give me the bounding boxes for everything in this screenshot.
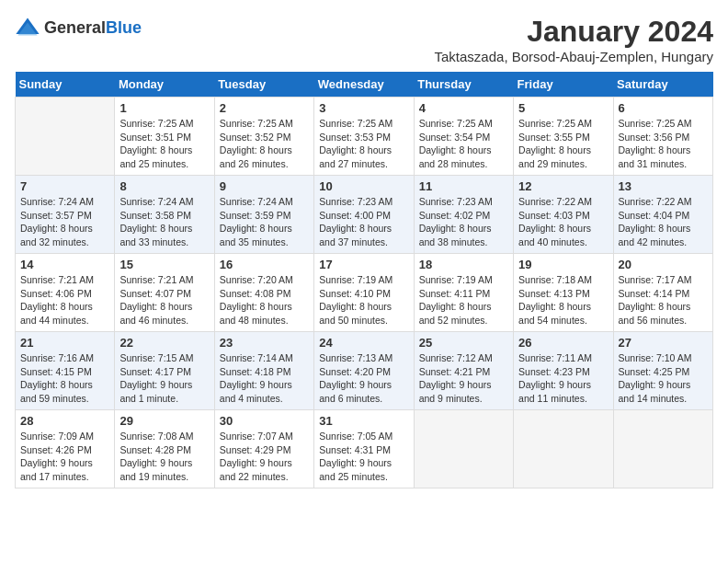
day-number: 11: [419, 179, 508, 193]
table-row: 12Sunrise: 7:22 AMSunset: 4:03 PMDayligh…: [514, 176, 613, 254]
day-info: Sunrise: 7:20 AMSunset: 4:08 PMDaylight:…: [220, 273, 309, 327]
day-number: 19: [518, 258, 608, 271]
table-row: 31Sunrise: 7:05 AMSunset: 4:31 PMDayligh…: [314, 410, 414, 488]
table-row: 7Sunrise: 7:24 AMSunset: 3:57 PMDaylight…: [16, 176, 115, 254]
calendar-week-row: 21Sunrise: 7:16 AMSunset: 4:15 PMDayligh…: [16, 332, 713, 410]
table-row: 13Sunrise: 7:22 AMSunset: 4:04 PMDayligh…: [613, 176, 712, 254]
day-info: Sunrise: 7:24 AMSunset: 3:58 PMDaylight:…: [119, 195, 209, 249]
table-row: [16, 98, 115, 176]
table-row: 4Sunrise: 7:25 AMSunset: 3:54 PMDaylight…: [414, 98, 513, 176]
table-row: 20Sunrise: 7:17 AMSunset: 4:14 PMDayligh…: [613, 254, 712, 332]
header-sunday: Sunday: [16, 72, 115, 98]
table-row: 25Sunrise: 7:12 AMSunset: 4:21 PMDayligh…: [414, 332, 513, 410]
day-info: Sunrise: 7:13 AMSunset: 4:20 PMDaylight:…: [319, 351, 408, 406]
day-info: Sunrise: 7:25 AMSunset: 3:53 PMDaylight:…: [319, 117, 408, 171]
day-info: Sunrise: 7:05 AMSunset: 4:31 PMDaylight:…: [319, 430, 408, 484]
day-info: Sunrise: 7:25 AMSunset: 3:56 PMDaylight:…: [619, 117, 708, 171]
day-info: Sunrise: 7:23 AMSunset: 4:02 PMDaylight:…: [419, 195, 508, 249]
calendar-week-row: 7Sunrise: 7:24 AMSunset: 3:57 PMDaylight…: [16, 176, 713, 254]
day-info: Sunrise: 7:25 AMSunset: 3:52 PMDaylight:…: [220, 117, 309, 171]
day-info: Sunrise: 7:22 AMSunset: 4:04 PMDaylight:…: [619, 195, 708, 249]
table-row: 9Sunrise: 7:24 AMSunset: 3:59 PMDaylight…: [214, 176, 313, 254]
day-info: Sunrise: 7:25 AMSunset: 3:54 PMDaylight:…: [419, 117, 508, 171]
table-row: 18Sunrise: 7:19 AMSunset: 4:11 PMDayligh…: [414, 254, 513, 332]
table-row: 22Sunrise: 7:15 AMSunset: 4:17 PMDayligh…: [115, 332, 214, 410]
day-number: 31: [319, 414, 408, 428]
day-number: 13: [619, 179, 708, 193]
day-info: Sunrise: 7:22 AMSunset: 4:03 PMDaylight:…: [518, 195, 608, 249]
day-info: Sunrise: 7:19 AMSunset: 4:11 PMDaylight:…: [419, 273, 508, 327]
day-info: Sunrise: 7:10 AMSunset: 4:25 PMDaylight:…: [619, 351, 708, 406]
table-row: 6Sunrise: 7:25 AMSunset: 3:56 PMDaylight…: [613, 98, 712, 176]
weekday-header-row: Sunday Monday Tuesday Wednesday Thursday…: [16, 72, 713, 98]
table-row: [613, 410, 712, 488]
day-info: Sunrise: 7:24 AMSunset: 3:57 PMDaylight:…: [20, 195, 109, 249]
logo: GeneralBlue: [15, 15, 142, 40]
header-wednesday: Wednesday: [314, 72, 414, 98]
day-number: 30: [220, 414, 309, 428]
day-info: Sunrise: 7:25 AMSunset: 3:51 PMDaylight:…: [119, 117, 209, 171]
day-number: 27: [619, 336, 708, 350]
day-info: Sunrise: 7:14 AMSunset: 4:18 PMDaylight:…: [220, 351, 309, 406]
day-number: 26: [518, 336, 608, 350]
header-saturday: Saturday: [613, 72, 712, 98]
table-row: [514, 410, 613, 488]
header: GeneralBlue January 2024 Taktaszada, Bor…: [15, 15, 713, 64]
day-number: 18: [419, 258, 508, 271]
table-row: 16Sunrise: 7:20 AMSunset: 4:08 PMDayligh…: [214, 254, 313, 332]
day-number: 14: [20, 258, 109, 271]
day-number: 20: [619, 258, 708, 271]
table-row: 8Sunrise: 7:24 AMSunset: 3:58 PMDaylight…: [115, 176, 214, 254]
day-number: 5: [518, 101, 608, 115]
table-row: 10Sunrise: 7:23 AMSunset: 4:00 PMDayligh…: [314, 176, 414, 254]
day-number: 6: [619, 101, 708, 115]
day-number: 16: [220, 258, 309, 271]
table-row: [414, 410, 513, 488]
calendar-week-row: 14Sunrise: 7:21 AMSunset: 4:06 PMDayligh…: [16, 254, 713, 332]
header-friday: Friday: [514, 72, 613, 98]
day-number: 4: [419, 101, 508, 115]
logo-icon: [15, 15, 40, 40]
day-info: Sunrise: 7:08 AMSunset: 4:28 PMDaylight:…: [119, 430, 209, 484]
day-number: 1: [119, 101, 209, 115]
day-number: 15: [119, 258, 209, 271]
day-info: Sunrise: 7:21 AMSunset: 4:06 PMDaylight:…: [20, 273, 109, 327]
day-number: 28: [20, 414, 109, 428]
table-row: 11Sunrise: 7:23 AMSunset: 4:02 PMDayligh…: [414, 176, 513, 254]
table-row: 30Sunrise: 7:07 AMSunset: 4:29 PMDayligh…: [214, 410, 313, 488]
day-number: 8: [119, 179, 209, 193]
day-number: 10: [319, 179, 408, 193]
day-info: Sunrise: 7:25 AMSunset: 3:55 PMDaylight:…: [518, 117, 608, 171]
day-info: Sunrise: 7:18 AMSunset: 4:13 PMDaylight:…: [518, 273, 608, 327]
day-number: 12: [518, 179, 608, 193]
month-title: January 2024: [435, 15, 714, 49]
table-row: 17Sunrise: 7:19 AMSunset: 4:10 PMDayligh…: [314, 254, 414, 332]
table-row: 5Sunrise: 7:25 AMSunset: 3:55 PMDaylight…: [514, 98, 613, 176]
day-info: Sunrise: 7:17 AMSunset: 4:14 PMDaylight:…: [619, 273, 708, 327]
table-row: 3Sunrise: 7:25 AMSunset: 3:53 PMDaylight…: [314, 98, 414, 176]
table-row: 2Sunrise: 7:25 AMSunset: 3:52 PMDaylight…: [214, 98, 313, 176]
logo-text-general: General: [44, 18, 106, 37]
day-number: 17: [319, 258, 408, 271]
day-number: 3: [319, 101, 408, 115]
calendar-week-row: 28Sunrise: 7:09 AMSunset: 4:26 PMDayligh…: [16, 410, 713, 488]
calendar-table: Sunday Monday Tuesday Wednesday Thursday…: [15, 72, 713, 488]
day-info: Sunrise: 7:19 AMSunset: 4:10 PMDaylight:…: [319, 273, 408, 327]
table-row: 21Sunrise: 7:16 AMSunset: 4:15 PMDayligh…: [16, 332, 115, 410]
day-info: Sunrise: 7:07 AMSunset: 4:29 PMDaylight:…: [220, 430, 309, 484]
day-info: Sunrise: 7:12 AMSunset: 4:21 PMDaylight:…: [419, 351, 508, 406]
day-number: 25: [419, 336, 508, 350]
header-tuesday: Tuesday: [214, 72, 313, 98]
day-number: 7: [20, 179, 109, 193]
table-row: 15Sunrise: 7:21 AMSunset: 4:07 PMDayligh…: [115, 254, 214, 332]
day-info: Sunrise: 7:24 AMSunset: 3:59 PMDaylight:…: [220, 195, 309, 249]
table-row: 1Sunrise: 7:25 AMSunset: 3:51 PMDaylight…: [115, 98, 214, 176]
table-row: 28Sunrise: 7:09 AMSunset: 4:26 PMDayligh…: [16, 410, 115, 488]
table-row: 26Sunrise: 7:11 AMSunset: 4:23 PMDayligh…: [514, 332, 613, 410]
calendar-week-row: 1Sunrise: 7:25 AMSunset: 3:51 PMDaylight…: [16, 98, 713, 176]
day-info: Sunrise: 7:23 AMSunset: 4:00 PMDaylight:…: [319, 195, 408, 249]
title-area: January 2024 Taktaszada, Borsod-Abauj-Ze…: [435, 15, 714, 64]
day-number: 9: [220, 179, 309, 193]
day-info: Sunrise: 7:11 AMSunset: 4:23 PMDaylight:…: [518, 351, 608, 406]
day-number: 22: [119, 336, 209, 350]
